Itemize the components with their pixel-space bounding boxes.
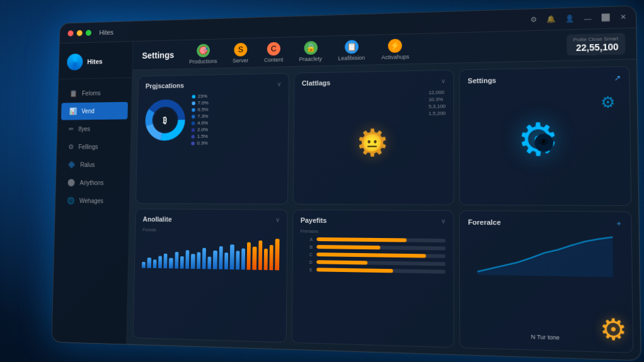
tab-activahups[interactable]: ⚡ Activahups (375, 36, 415, 63)
fellings-icon: ⚙ (68, 143, 74, 150)
bar-item (213, 250, 217, 269)
panel-foreralce: Foreralce ＋ N Tur tone ⚙ (459, 210, 633, 354)
legend-item: 6.5% (192, 107, 209, 113)
bar-item (169, 258, 173, 268)
bar-item-highlight (270, 245, 274, 270)
sidebar-item-ifyes[interactable]: ✏ Ifyes (60, 120, 127, 138)
chartags-header: Clattlags ∨ (302, 77, 446, 87)
sidebar-item-ralus[interactable]: 🔷 Ralus (60, 156, 127, 174)
sidebar-item-fellings[interactable]: ⚙ Fellings (60, 138, 127, 156)
bar-item-highlight (264, 249, 268, 269)
bar-item (241, 249, 245, 269)
leafibision-icon: 📋 (345, 40, 359, 54)
sidebar: Hites 📋 Feloms 📊 Vend ✏ Ifyes ⚙ Fellings… (52, 42, 133, 344)
tab-leafibision[interactable]: 📋 Leafibision (332, 37, 372, 64)
bar-item (164, 254, 168, 268)
foreralce-header: Foreralce ＋ (468, 217, 623, 228)
minimize-icon[interactable]: — (584, 14, 592, 22)
nav-title: Settings (142, 50, 174, 60)
projections-title: Prgjscations (146, 82, 184, 90)
vend-icon: 📊 (69, 108, 78, 115)
window-controls[interactable] (67, 30, 91, 36)
sidebar-item-vend[interactable]: 📊 Vend (61, 102, 128, 120)
bar-item (207, 256, 211, 269)
bar-item-highlight (275, 239, 280, 270)
main-content: Settings 🎯 Productions S Server C Conten… (127, 28, 640, 361)
bar-item-highlight (258, 240, 263, 269)
payefits-sublabel: Fremains (301, 229, 446, 234)
anomalite-chevron[interactable]: ∨ (275, 216, 280, 223)
tab-content[interactable]: C Content (258, 39, 289, 65)
svg-text:₿: ₿ (163, 115, 168, 125)
anomalite-header: Anollalite ∨ (142, 215, 279, 223)
settings-icon[interactable]: ⚙ (531, 16, 538, 24)
legend-item: 1.5% (191, 133, 208, 139)
ifyes-icon: ✏ (69, 125, 74, 133)
svg-marker-6 (478, 235, 614, 277)
activahups-icon: ⚡ (388, 38, 402, 52)
chartags-content: ⚙ 😐 12,000 10.3% 5,3,100 1,5,200 (301, 89, 446, 195)
pay-bar-row: A (301, 237, 446, 243)
bell-icon[interactable]: 🔔 (546, 15, 556, 24)
app-body: Hites 📋 Feloms 📊 Vend ✏ Ifyes ⚙ Fellings… (52, 28, 640, 361)
panel-payefits: Payefits ∨ Fremains A B (291, 209, 454, 348)
close-button[interactable] (67, 30, 73, 37)
bar-item (191, 254, 195, 268)
praaclety-icon: 🔒 (304, 41, 318, 55)
legend-item: 0.3% (191, 140, 208, 146)
face-emoji: 😐 (362, 132, 384, 153)
eye-icon: 👁 (538, 137, 549, 149)
panel-projections: Prgjscations ∨ ₿ (135, 73, 289, 204)
sidebar-item-feloms[interactable]: 📋 Feloms (62, 84, 129, 102)
minimize-button[interactable] (77, 30, 83, 36)
pay-bar-row: B (300, 244, 446, 251)
bar-item (202, 248, 206, 269)
settings-header: Settings ↗ (468, 74, 621, 86)
payefits-header: Payefits ∨ (301, 216, 446, 225)
anomalite-sublabel: Forests (142, 227, 279, 233)
bar-item (236, 251, 239, 269)
window-icon[interactable]: ⬜ (601, 13, 611, 22)
user-icon[interactable]: 👤 (565, 14, 575, 23)
projections-chevron[interactable]: ∨ (277, 80, 281, 87)
payefits-bars: A B C D (300, 237, 446, 274)
donut-chart: ₿ (144, 99, 186, 142)
foreralce-plus-icon: ＋ (615, 218, 623, 229)
bar-item (180, 256, 184, 269)
bar-item (147, 257, 151, 268)
legend-item: 23% (192, 93, 209, 99)
productions-icon: 🎯 (197, 43, 210, 57)
foreralce-title: Foreralce (468, 218, 501, 227)
settings-gear-container: ⚙ 👁 ⚙ (468, 88, 622, 197)
monitor-frame: Hites ⚙ 🔔 👤 — ⬜ ✕ Hites 📋 Feloms 📊 Vend (51, 6, 641, 361)
close-icon[interactable]: ✕ (620, 13, 626, 21)
sidebar-logo: Hites (59, 48, 132, 79)
maximize-button[interactable] (86, 30, 91, 36)
sidebar-item-wehages[interactable]: 🌐 Wehages (59, 192, 126, 210)
satellite-gear-icon: ⚙ (601, 93, 616, 111)
panel-chartags: Clattlags ∨ ⚙ 😐 12,000 10.3% 5,3,100 1,5… (292, 70, 454, 205)
content-icon: C (267, 42, 280, 55)
title-bar-controls: ⚙ 🔔 👤 — ⬜ ✕ (531, 13, 626, 24)
bar-item (142, 261, 146, 268)
bar-chart (142, 234, 279, 270)
payefits-chevron[interactable]: ∨ (441, 217, 446, 224)
nav-stat-value: 22,55,100 (573, 42, 619, 53)
bar-item (152, 259, 156, 268)
bar-item-highlight (253, 247, 257, 269)
chartags-title: Clattlags (302, 79, 331, 87)
chartags-chevron[interactable]: ∨ (441, 77, 446, 84)
server-icon: S (234, 43, 247, 57)
payefits-title: Payefits (301, 216, 327, 223)
tab-productions[interactable]: 🎯 Productions (183, 41, 224, 67)
bar-item (158, 256, 162, 268)
pay-bar-row: C (300, 252, 446, 258)
tab-praaclety[interactable]: 🔒 Praaclety (293, 38, 328, 64)
panel-grid: Prgjscations ∨ ₿ (127, 59, 640, 360)
settings-gear: ⚙ 👁 (517, 116, 571, 169)
legend-item: 7.0% (192, 100, 209, 106)
bar-item (197, 252, 200, 269)
tab-server[interactable]: S Server (227, 40, 255, 66)
sidebar-item-ariythons[interactable]: ⚪ Ariythons (59, 174, 126, 191)
bar-item (219, 246, 223, 269)
